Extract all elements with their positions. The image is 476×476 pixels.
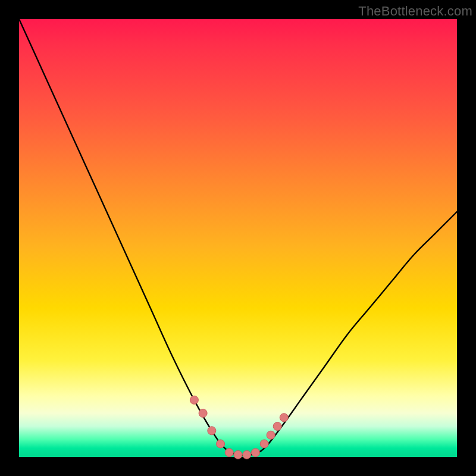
curve-layer <box>19 19 457 457</box>
curve-marker <box>234 450 242 459</box>
curve-marker <box>273 422 281 430</box>
curve-marker <box>199 409 207 417</box>
curve-marker <box>267 431 275 439</box>
curve-markers <box>190 396 288 459</box>
chart-frame: TheBottleneck.com <box>0 0 476 476</box>
curve-marker <box>190 396 198 404</box>
curve-marker <box>225 449 233 457</box>
curve-marker <box>208 427 216 435</box>
curve-marker <box>251 449 259 457</box>
watermark-text: TheBottleneck.com <box>358 4 472 19</box>
curve-marker <box>243 450 251 459</box>
bottleneck-curve <box>19 19 457 456</box>
curve-marker <box>280 414 288 422</box>
curve-marker <box>217 440 225 448</box>
curve-marker <box>260 440 268 448</box>
